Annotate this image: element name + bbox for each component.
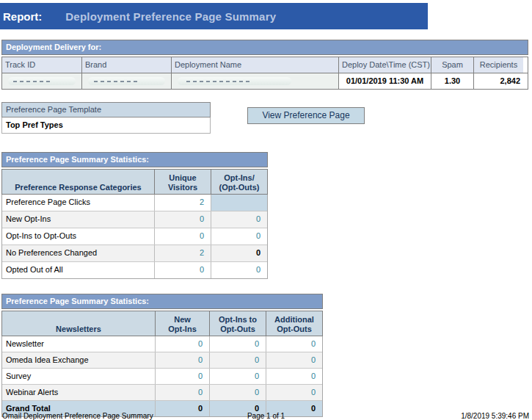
column-header-spam: Spam — [431, 57, 473, 73]
cell-recipients: 2,842 — [473, 73, 523, 89]
opt-value: 0 — [211, 228, 267, 245]
cell-spam: 1.30 — [431, 73, 473, 89]
additional-opt-outs-value: 0 — [266, 385, 322, 400]
row-label: Webinar Alerts — [2, 385, 155, 400]
cell-track-id-redacted — [2, 73, 81, 89]
new-opt-ins-value: 0 — [155, 385, 209, 400]
report-title: Deployment Preference Page Summary — [65, 10, 276, 23]
deployment-table-header-row: Track ID Brand Deployment Name Deploy Da… — [1, 57, 528, 73]
column-header-unique-visitors: Unique Visitors — [154, 170, 211, 194]
deployment-delivery-table: Deployment Delivery for: Track ID Brand … — [1, 40, 528, 90]
stats-row-no-preferences-changed: No Preferences Changed 2 0 — [2, 245, 267, 261]
column-header-track-id: Track ID — [2, 57, 81, 73]
stats-row-webinar-alerts: Webinar Alerts 0 0 0 — [2, 384, 322, 400]
redaction-smudge — [8, 77, 76, 85]
new-opt-ins-value: 0 — [155, 352, 209, 368]
stats2-body: Newsletter 0 0 0 Omeda Idea Exchange 0 0… — [1, 336, 323, 417]
column-header-new-opt-ins: New Opt-Ins — [155, 311, 209, 336]
column-header-deployment-name: Deployment Name — [171, 57, 338, 73]
footer-report-name: Omail Deployment Preference Page Summary — [2, 412, 153, 420]
report-label: Report: — [3, 10, 42, 23]
unique-visitors-value: 2 — [154, 245, 211, 261]
stats-row-preference-page-clicks: Preference Page Clicks 2 — [2, 195, 267, 211]
stats-row-opted-out-of-all: Opted Out of All 0 0 — [2, 261, 267, 278]
redaction-smudge — [178, 77, 291, 85]
stats2-header-row: Newsletters New Opt-Ins Opt-Ins to Opt-O… — [1, 311, 323, 336]
footer-timestamp: 1/8/2019 5:39:46 PM — [461, 412, 529, 420]
column-header-response-categories: Preference Response Categories — [2, 170, 154, 194]
stats1-header-row: Preference Response Categories Unique Vi… — [1, 169, 268, 195]
additional-opt-outs-value: 0 — [266, 369, 322, 384]
opt-value: 0 — [211, 211, 267, 228]
unique-visitors-value: 0 — [154, 228, 211, 245]
stats-row-opt-ins-to-opt-outs: Opt-Ins to Opt-Outs 0 0 — [2, 228, 267, 245]
report-page: Report: Deployment Preference Page Summa… — [0, 0, 532, 420]
stats2-section-header: Preference Page Summary Statistics: — [1, 294, 323, 309]
unique-visitors-value: 0 — [154, 262, 211, 278]
stats1-body: Preference Page Clicks 2 New Opt-Ins 0 0… — [1, 195, 268, 279]
new-opt-ins-value: 0 — [155, 336, 209, 352]
cell-brand-redacted — [81, 73, 171, 89]
opt-ins-to-opt-outs-value: 0 — [209, 369, 266, 384]
footer-page-number: Page 1 of 1 — [247, 412, 285, 420]
stats1-section-header: Preference Page Summary Statistics: — [1, 152, 268, 167]
row-label: Preference Page Clicks — [2, 195, 154, 211]
additional-opt-outs-value: 0 — [266, 352, 322, 368]
unique-visitors-value: 2 — [154, 195, 211, 211]
stats-row-omeda-idea-exchange: Omeda Idea Exchange 0 0 0 — [2, 352, 322, 368]
column-header-deploy-datetime: Deploy Date\Time (CST) — [338, 57, 431, 73]
template-section-header: Preference Page Template — [1, 102, 211, 117]
additional-opt-outs-value: 0 — [266, 336, 322, 352]
newsletter-stats-table: Preference Page Summary Statistics: News… — [1, 294, 323, 417]
preference-response-stats-table: Preference Page Summary Statistics: Pref… — [1, 152, 268, 279]
column-header-newsletters: Newsletters — [2, 311, 155, 336]
opt-value: 0 — [211, 262, 267, 278]
row-label: Omeda Idea Exchange — [2, 352, 155, 368]
column-header-additional-opt-outs: Additional Opt-Outs — [266, 311, 322, 336]
report-title-band: Report: Deployment Preference Page Summa… — [0, 3, 428, 29]
column-header-opt-ins-outs: Opt-Ins/ (Opt-Outs) — [211, 170, 267, 194]
new-opt-ins-value: 0 — [155, 369, 209, 384]
row-label: Newsletter — [2, 336, 155, 352]
column-header-opt-ins-to-opt-outs: Opt-Ins to Opt-Outs — [209, 311, 266, 336]
opt-ins-to-opt-outs-value: 0 — [209, 336, 266, 352]
opt-value: 0 — [211, 245, 267, 261]
new-opt-ins-total: 0 — [155, 401, 209, 416]
view-preference-page-button[interactable]: View Preference Page — [247, 107, 365, 124]
row-label: Opt-Ins to Opt-Outs — [2, 228, 154, 245]
cell-deployment-name-redacted — [171, 73, 338, 89]
preference-page-template-box: Preference Page Template Top Pref Types — [1, 102, 211, 134]
row-label: Survey — [2, 369, 155, 384]
opt-ins-to-opt-outs-value: 0 — [209, 385, 266, 400]
unique-visitors-value: 0 — [154, 211, 211, 228]
stats-row-newsletter: Newsletter 0 0 0 — [2, 336, 322, 352]
column-header-recipients: Recipients — [473, 57, 523, 73]
stats-row-survey: Survey 0 0 0 — [2, 368, 322, 384]
row-label: No Preferences Changed — [2, 245, 154, 261]
deployment-data-row: 01/01/2019 11:30 AM 1.30 2,842 — [1, 73, 528, 90]
opt-ins-to-opt-outs-value: 0 — [209, 352, 266, 368]
redaction-smudge — [88, 77, 165, 85]
opt-value-shaded — [211, 195, 267, 211]
stats-row-new-opt-ins: New Opt-Ins 0 0 — [2, 211, 267, 228]
template-name: Top Pref Types — [1, 117, 211, 134]
deployment-section-header: Deployment Delivery for: — [1, 40, 528, 55]
row-label: Opted Out of All — [2, 262, 154, 278]
cell-deploy-datetime: 01/01/2019 11:30 AM — [338, 73, 431, 89]
row-label: New Opt-Ins — [2, 211, 154, 228]
column-header-brand: Brand — [81, 57, 171, 73]
